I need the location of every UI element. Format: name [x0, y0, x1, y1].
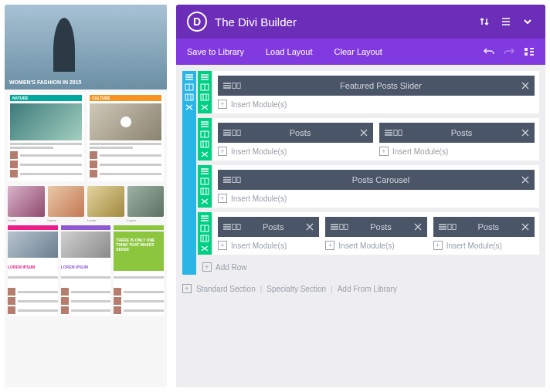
duplicate-icon[interactable]	[185, 93, 194, 101]
plus-icon: +	[202, 262, 212, 272]
svg-rect-13	[233, 130, 236, 136]
module-label: Posts	[241, 222, 305, 231]
section: Featured Posts Slider +Insert Module(s) …	[182, 71, 539, 275]
drag-icon[interactable]	[384, 128, 393, 137]
svg-rect-12	[201, 141, 209, 147]
module[interactable]: Posts	[218, 217, 319, 237]
columns-icon[interactable]	[393, 128, 402, 137]
drag-icon[interactable]	[222, 128, 232, 137]
column: Featured Posts Slider +Insert Module(s)	[218, 76, 535, 109]
add-standard-section-button[interactable]: Standard Section	[196, 285, 256, 293]
svg-rect-18	[201, 188, 209, 194]
row: Posts Carousel +Insert Module(s)	[198, 165, 539, 208]
insert-module-button[interactable]: +Insert Module(s)	[218, 100, 535, 109]
close-icon[interactable]	[413, 222, 423, 231]
delete-icon[interactable]	[200, 103, 209, 111]
row: Posts +Insert Module(s) Posts +Insert Mo…	[198, 212, 539, 255]
drag-icon[interactable]	[185, 73, 194, 81]
hero-image: WOMEN'S FASHION IN 2015	[5, 5, 167, 90]
settings-icon[interactable]	[200, 177, 209, 185]
swap-icon[interactable]	[477, 15, 491, 29]
delete-icon[interactable]	[200, 150, 209, 158]
duplicate-icon[interactable]	[200, 235, 209, 242]
plus-icon: +	[218, 194, 227, 203]
close-icon[interactable]	[359, 128, 368, 137]
insert-module-button[interactable]: +Insert Module(s)	[379, 147, 535, 156]
save-to-library-button[interactable]: Save to Library	[187, 47, 244, 56]
columns-icon[interactable]	[232, 81, 241, 90]
module[interactable]: Posts	[379, 123, 535, 143]
svg-rect-23	[233, 225, 236, 230]
insert-module-button[interactable]: +Insert Module(s)	[218, 241, 319, 250]
row-controls	[198, 165, 212, 208]
drag-icon[interactable]	[222, 81, 232, 90]
menu-icon[interactable]	[499, 15, 513, 29]
redo-icon[interactable]	[504, 46, 514, 57]
columns-icon[interactable]	[339, 222, 348, 231]
delete-icon[interactable]	[200, 198, 209, 205]
drag-icon[interactable]	[200, 215, 209, 222]
duplicate-icon[interactable]	[200, 93, 209, 101]
close-icon[interactable]	[521, 222, 530, 231]
delete-icon[interactable]	[200, 245, 209, 252]
plus-icon[interactable]: +	[182, 284, 192, 293]
drag-icon[interactable]	[200, 167, 209, 175]
columns-icon[interactable]	[232, 175, 241, 184]
plus-icon: +	[218, 147, 227, 156]
module[interactable]: Posts	[218, 123, 373, 143]
add-specialty-section-button[interactable]: Specialty Section	[267, 285, 326, 293]
undo-icon[interactable]	[484, 46, 494, 57]
settings-icon[interactable]	[185, 83, 194, 91]
drag-icon[interactable]	[200, 73, 209, 81]
insert-module-button[interactable]: +Insert Module(s)	[433, 241, 535, 250]
row-controls	[198, 71, 212, 113]
columns-icon[interactable]	[232, 128, 241, 137]
add-row-button[interactable]: +Add Row	[198, 259, 539, 275]
svg-rect-8	[201, 94, 209, 100]
settings-icon[interactable]	[200, 225, 209, 232]
close-icon[interactable]	[521, 81, 530, 90]
svg-rect-3	[530, 51, 534, 52]
add-from-library-button[interactable]: Add From Library	[338, 285, 397, 293]
svg-rect-0	[525, 48, 528, 51]
load-layout-button[interactable]: Load Layout	[266, 47, 313, 56]
module[interactable]: Posts Carousel	[218, 170, 535, 190]
module[interactable]: Featured Posts Slider	[218, 76, 535, 96]
divi-logo-icon: D	[187, 12, 207, 32]
svg-rect-15	[394, 130, 397, 136]
svg-rect-20	[237, 177, 240, 183]
close-icon[interactable]	[521, 175, 530, 184]
svg-rect-6	[185, 94, 193, 100]
hero-caption: WOMEN'S FASHION IN 2015	[9, 79, 81, 85]
insert-module-button[interactable]: +Insert Module(s)	[218, 147, 373, 156]
section-controls	[182, 71, 196, 275]
plus-icon: +	[325, 241, 334, 250]
drag-icon[interactable]	[438, 222, 447, 231]
close-icon[interactable]	[521, 128, 530, 137]
delete-icon[interactable]	[185, 103, 194, 111]
settings-icon[interactable]	[200, 130, 209, 138]
drag-icon[interactable]	[222, 222, 232, 231]
module-label: Featured Posts Slider	[241, 81, 521, 90]
history-icon[interactable]	[524, 46, 535, 57]
module[interactable]: Posts	[325, 217, 426, 237]
column: Posts +Insert Module(s)	[379, 123, 535, 156]
duplicate-icon[interactable]	[200, 140, 209, 148]
expand-icon[interactable]	[521, 15, 535, 29]
preview-card: CULTURE	[87, 93, 164, 181]
drag-icon[interactable]	[222, 175, 232, 184]
close-icon[interactable]	[305, 222, 314, 231]
svg-rect-28	[453, 225, 456, 230]
module[interactable]: Posts	[433, 217, 535, 237]
drag-icon[interactable]	[200, 120, 209, 128]
plus-icon: +	[218, 241, 227, 250]
clear-layout-button[interactable]: Clear Layout	[334, 47, 382, 56]
svg-rect-16	[399, 130, 402, 136]
insert-module-button[interactable]: +Insert Module(s)	[325, 241, 426, 250]
columns-icon[interactable]	[232, 222, 241, 231]
insert-module-button[interactable]: +Insert Module(s)	[218, 194, 535, 203]
duplicate-icon[interactable]	[200, 188, 209, 195]
columns-icon[interactable]	[447, 222, 457, 231]
settings-icon[interactable]	[200, 83, 209, 91]
drag-icon[interactable]	[330, 222, 339, 231]
